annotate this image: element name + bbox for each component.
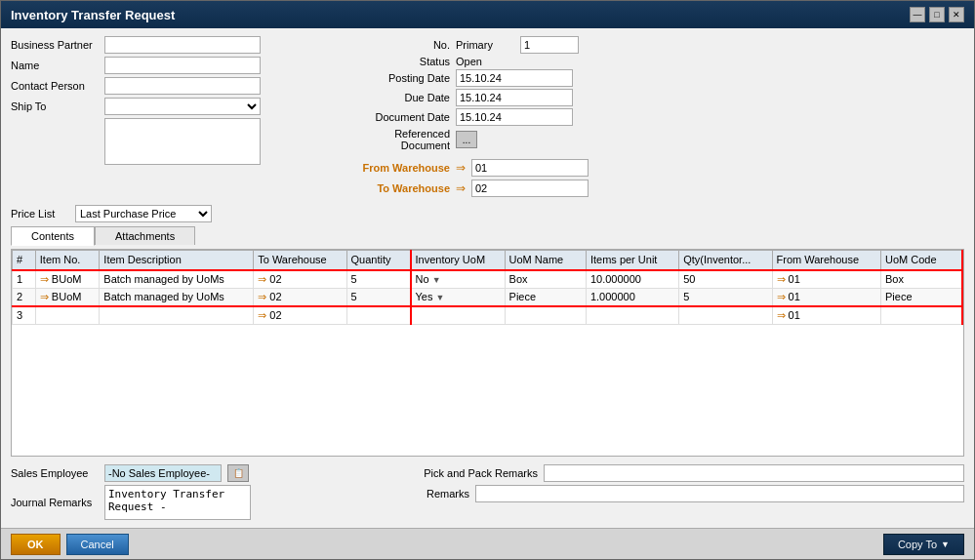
close-button[interactable]: ✕ (949, 7, 964, 22)
cell-item-no: ⇒ BUoM (35, 288, 100, 306)
to-warehouse-arrow-icon: ⇒ (456, 181, 466, 195)
cell-qty-inv: 5 (679, 288, 772, 306)
status-label: Status (343, 56, 450, 67)
cell-from-warehouse: ⇒ 01 (772, 288, 880, 306)
table-body: 1⇒ BUoMBatch managed by UoMs⇒ 025No ▼Box… (13, 270, 963, 325)
posting-date-input[interactable] (456, 69, 573, 87)
contact-person-row: Contact Person (11, 77, 323, 95)
col-header-uom-name: UoM Name (505, 251, 586, 270)
ship-to-textarea[interactable] (104, 118, 261, 165)
ship-to-select[interactable] (104, 98, 261, 115)
col-header-num: # (13, 251, 36, 270)
ship-to-row: Ship To (11, 98, 323, 115)
main-content: Business Partner Name Contact Person Shi… (1, 28, 974, 528)
document-date-input[interactable] (456, 108, 573, 126)
from-warehouse-input[interactable] (471, 159, 589, 177)
to-warehouse-input[interactable] (471, 180, 589, 197)
business-partner-label: Business Partner (11, 39, 99, 51)
business-partner-input[interactable] (104, 36, 261, 54)
remarks-input[interactable] (475, 485, 964, 502)
referenced-document-button[interactable]: ... (456, 131, 477, 148)
maximize-button[interactable]: □ (929, 7, 945, 22)
journal-remarks-label: Journal Remarks (11, 497, 99, 508)
from-warehouse-label: From Warehouse (343, 162, 450, 174)
top-section: Business Partner Name Contact Person Shi… (11, 36, 964, 197)
cell-num: 3 (13, 306, 36, 325)
bottom-right: Pick and Pack Remarks Remarks (411, 464, 964, 502)
status-value: Open (456, 56, 514, 67)
table-row: 1⇒ BUoMBatch managed by UoMs⇒ 025No ▼Box… (13, 270, 963, 289)
col-header-qty-inv: Qty(Inventor... (679, 251, 772, 270)
cell-uom-name (505, 306, 586, 325)
cell-item-desc: Batch managed by UoMs (100, 270, 254, 289)
tab-contents[interactable]: Contents (11, 226, 95, 246)
copy-to-button[interactable]: Copy To ▼ (883, 534, 964, 555)
journal-remarks-textarea[interactable]: Inventory Transfer Request - (104, 485, 251, 520)
cell-item-desc: Batch managed by UoMs (100, 288, 254, 306)
journal-remarks-row: Journal Remarks Inventory Transfer Reque… (11, 485, 401, 520)
pick-and-pack-input[interactable] (544, 464, 964, 482)
cell-quantity (346, 306, 411, 325)
status-row: Status Open (343, 56, 964, 67)
cell-items-per-unit: 10.000000 (586, 270, 678, 289)
cell-uom-code (881, 306, 963, 325)
table-row: 3⇒ 02⇒ 01 (13, 306, 963, 325)
items-table: # Item No. Item Description To Warehouse… (12, 250, 963, 325)
from-warehouse-row: From Warehouse ⇒ (343, 159, 964, 177)
due-date-input[interactable] (456, 89, 573, 106)
table-section: # Item No. Item Description To Warehouse… (11, 249, 964, 457)
col-header-item-desc: Item Description (100, 251, 254, 270)
sales-employee-row: Sales Employee 📋 (11, 464, 401, 482)
bottom-section: Sales Employee 📋 Journal Remarks Invento… (11, 464, 964, 520)
cell-uom-name: Piece (505, 288, 586, 306)
minimize-button[interactable]: — (910, 7, 925, 22)
referenced-document-row: Referenced Document ... (343, 128, 964, 151)
cell-to-warehouse: ⇒ 02 (254, 288, 346, 306)
pick-and-pack-label: Pick and Pack Remarks (411, 467, 538, 479)
from-warehouse-arrow-icon: ⇒ (456, 161, 466, 175)
sales-employee-input[interactable] (104, 464, 222, 482)
col-header-quantity: Quantity (346, 251, 411, 270)
contact-person-input[interactable] (104, 77, 261, 95)
name-label: Name (11, 60, 99, 71)
no-input[interactable] (520, 36, 579, 54)
info-table: No. Primary Status Open Posting Date Due… (343, 36, 964, 151)
sales-employee-browse-button[interactable]: 📋 (227, 464, 249, 482)
tab-attachments[interactable]: Attachments (95, 226, 195, 245)
cell-num: 2 (13, 288, 36, 306)
pricelist-row: Price List Last Purchase Price (11, 205, 964, 222)
to-warehouse-row: To Warehouse ⇒ (343, 180, 964, 197)
cell-quantity: 5 (346, 270, 411, 289)
ok-button[interactable]: OK (11, 534, 61, 555)
remarks-row: Remarks (411, 485, 964, 502)
name-input[interactable] (104, 57, 261, 74)
cell-uom-code: Box (881, 270, 963, 289)
left-form: Business Partner Name Contact Person Shi… (11, 36, 323, 197)
cell-from-warehouse: ⇒ 01 (772, 306, 880, 325)
col-header-to-warehouse: To Warehouse (254, 251, 346, 270)
cell-qty-inv: 50 (679, 270, 772, 289)
cell-uom-code: Piece (881, 288, 963, 306)
remarks-label: Remarks (411, 488, 469, 500)
no-label: No. (343, 39, 450, 51)
col-header-items-per-unit: Items per Unit (586, 251, 678, 270)
no-row: No. Primary (343, 36, 964, 54)
cell-item-no: ⇒ BUoM (35, 270, 100, 289)
cancel-button[interactable]: Cancel (66, 534, 129, 555)
cell-from-warehouse: ⇒ 01 (772, 270, 880, 289)
referenced-document-label: Referenced Document (343, 128, 450, 151)
title-bar-controls: — □ ✕ (910, 7, 964, 22)
copy-to-arrow-icon: ▼ (941, 540, 950, 549)
main-window: Inventory Transfer Request — □ ✕ Busines… (0, 0, 975, 560)
cell-qty-inv (679, 306, 772, 325)
cell-inv-uom (411, 306, 506, 325)
cell-num: 1 (13, 270, 36, 289)
pick-and-pack-row: Pick and Pack Remarks (411, 464, 964, 482)
cell-inv-uom: No ▼ (411, 270, 506, 289)
ship-to-textarea-row (11, 118, 323, 165)
pricelist-select[interactable]: Last Purchase Price (75, 205, 212, 222)
posting-date-row: Posting Date (343, 69, 964, 87)
cell-to-warehouse: ⇒ 02 (254, 270, 346, 289)
cell-items-per-unit (586, 306, 678, 325)
copy-to-label: Copy To (898, 539, 937, 550)
